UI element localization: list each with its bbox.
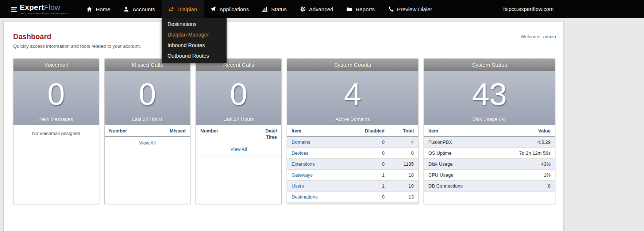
page-subtitle: Quickly access information and tools rel…	[13, 43, 556, 49]
missed-calls-view-all-row: View All	[105, 137, 190, 149]
table-row: Devices 0 0	[287, 148, 418, 159]
voicemail-stat-number: 0	[47, 71, 65, 116]
column-header-item: Item	[428, 128, 490, 134]
bar-chart-icon	[262, 6, 268, 12]
table-row: Gateways 1 18	[287, 170, 418, 181]
table-row: Extensions 0 1185	[287, 159, 418, 170]
count-item-link[interactable]: Extensions	[292, 161, 344, 167]
column-header-missed: Missed	[170, 128, 186, 134]
count-disabled-value: 1	[344, 183, 385, 189]
main-content-panel: Dashboard Quickly access information and…	[4, 21, 564, 231]
nav-item-label: Home	[96, 6, 110, 12]
count-item-link[interactable]: Destinations	[292, 194, 344, 200]
status-item-value: 1%	[490, 172, 551, 178]
count-disabled-value: 0	[344, 161, 385, 167]
column-header-datetime: Date/ Time	[265, 128, 277, 140]
system-status-stat-number: 43	[472, 71, 507, 116]
status-item-value: 8	[490, 183, 551, 189]
system-counts-rows: Domains 0 4 Devices 0 0 Extensions 0	[287, 137, 418, 204]
column-header-number: Number	[200, 128, 218, 134]
count-total-value: 0	[385, 150, 414, 156]
app-viewport: ExpertFlow chat, voice and video contact…	[0, 0, 644, 231]
table-row: Disk Usage 43%	[424, 159, 555, 170]
table-row: CC Queues 0 12	[287, 203, 418, 204]
home-icon	[86, 6, 92, 12]
view-all-link[interactable]: View All	[139, 140, 155, 146]
system-counts-card: System Counts 4 Active Domains Item Disa…	[287, 58, 419, 204]
welcome-user-link[interactable]: admin	[543, 34, 556, 39]
status-item-value: 7d 2h 12m 56s	[490, 150, 551, 156]
recent-calls-stat-label: Last 24 Hours	[223, 116, 254, 125]
system-counts-stat-label: Active Domains	[336, 116, 370, 125]
recent-calls-card: Recent Calls 0 Last 24 Hours Number Date…	[196, 58, 282, 204]
column-header-item: Item	[292, 128, 344, 134]
brand-name-bold: Expert	[20, 3, 44, 11]
welcome-bar: Welcome:admin	[521, 34, 556, 39]
missed-calls-stat-area: 0 Last 24 Hours	[105, 71, 190, 125]
nav-item-advanced[interactable]: Advanced	[293, 0, 340, 18]
system-status-stat-area: 43 Disk Usage (%)	[424, 71, 555, 125]
status-item-value: 43%	[490, 161, 551, 167]
nav-item-label: Status	[271, 6, 287, 12]
dropdown-item-outbound-routes[interactable]: Outbound Routes	[162, 51, 227, 61]
table-row: CPU Usage 1%	[424, 170, 555, 181]
recent-calls-stat-area: 0 Last 24 Hours	[196, 71, 281, 125]
voicemail-card-title: Voicemail	[14, 59, 99, 71]
status-item-label: CPU Usage	[428, 172, 490, 178]
nav-item-status[interactable]: Status	[255, 0, 293, 18]
nav-item-label: Applications	[219, 6, 249, 12]
status-item-label: DB Connections	[428, 183, 490, 189]
status-item-value: 4.5.29	[490, 139, 551, 145]
nav-item-home[interactable]: Home	[80, 0, 117, 18]
missed-calls-stat-number: 0	[139, 71, 156, 116]
nav-item-label: Advanced	[309, 6, 333, 12]
nav-item-label: Accounts	[132, 6, 155, 12]
status-item-label: Disk Usage	[428, 161, 490, 167]
missed-calls-stat-label: Last 24 Hours	[132, 116, 163, 125]
missed-calls-card: Missed Calls 0 Last 24 Hours Number Miss…	[104, 58, 190, 204]
table-row: Domains 0 4	[287, 137, 418, 148]
voicemail-stat-label: New Messages	[39, 116, 73, 125]
dropdown-item-destinations[interactable]: Destinations	[162, 19, 227, 30]
welcome-label: Welcome:	[521, 34, 542, 39]
count-total-value: 1185	[385, 161, 414, 167]
column-header-value: Value	[490, 128, 551, 134]
system-counts-card-title: System Counts	[287, 59, 418, 71]
count-item-link[interactable]: Domains	[292, 139, 344, 145]
dropdown-item-inbound-routes[interactable]: Inbound Routes	[162, 40, 227, 51]
table-row: Destinations 0 13	[287, 192, 418, 203]
dialplan-dropdown-menu: Destinations Dialplan Manager Inbound Ro…	[162, 18, 227, 63]
table-row: DB Connections 8	[424, 181, 555, 192]
page-header: Dashboard Quickly access information and…	[4, 22, 563, 49]
user-icon	[123, 6, 129, 12]
nav-item-applications[interactable]: Applications	[204, 0, 255, 18]
transfer-arrows-icon	[168, 6, 174, 12]
count-total-value: 18	[385, 172, 414, 178]
paper-plane-icon	[210, 6, 216, 12]
system-status-rows: FusionPBX 4.5.29 OS Uptime 7d 2h 12m 56s…	[424, 137, 555, 192]
brand-name-accent: Flow	[44, 3, 60, 11]
nav-item-reports[interactable]: Reports	[340, 0, 381, 18]
view-all-link[interactable]: View All	[230, 146, 247, 152]
server-domain: fsipcc.expertflow.com	[503, 6, 554, 12]
nav-item-accounts[interactable]: Accounts	[117, 0, 162, 18]
count-disabled-value: 1	[344, 172, 385, 178]
status-item-label: OS Uptime	[428, 150, 490, 156]
nav-item-dialplan[interactable]: Dialplan Destinations Dialplan Manager I…	[162, 0, 204, 18]
dashboard-cards: Voicemail 0 New Messages No Voicemail As…	[13, 58, 563, 204]
brand-text: ExpertFlow chat, voice and video contact…	[20, 3, 68, 15]
status-item-label: FusionPBX	[428, 139, 490, 145]
phone-icon	[388, 6, 394, 12]
no-voicemail-text: No Voicemail Assigned	[14, 125, 99, 136]
voicemail-card: Voicemail 0 New Messages No Voicemail As…	[13, 58, 99, 204]
system-counts-stat-number: 4	[344, 71, 362, 116]
recent-calls-stat-number: 0	[230, 71, 247, 116]
expertflow-logo[interactable]: ExpertFlow chat, voice and video contact…	[11, 3, 68, 15]
nav-item-label: Reports	[355, 6, 375, 12]
count-item-link[interactable]: Users	[292, 183, 344, 189]
count-item-link[interactable]: Devices	[292, 150, 344, 156]
dropdown-item-dialplan-manager[interactable]: Dialplan Manager	[162, 30, 227, 40]
count-item-link[interactable]: Gateways	[292, 172, 344, 178]
nav-item-preview-dialer[interactable]: Preview Dialer	[381, 0, 439, 18]
count-total-value: 13	[385, 194, 414, 200]
